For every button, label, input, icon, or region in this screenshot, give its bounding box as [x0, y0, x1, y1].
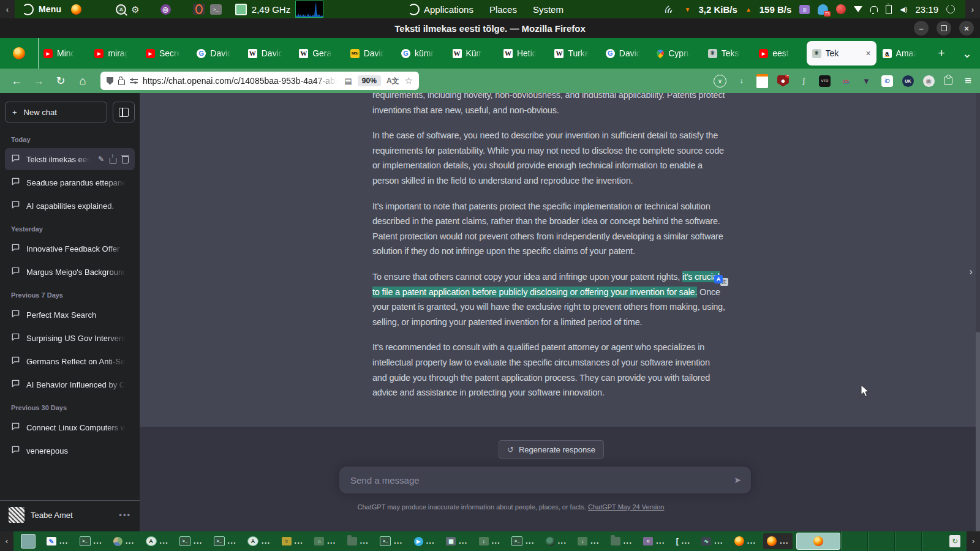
taskbar-window-text-editor[interactable]: ✎...	[43, 533, 72, 549]
globe-extension-icon[interactable]: ◉	[923, 75, 935, 87]
tray-audio-icon[interactable]: |||	[799, 5, 810, 14]
regenerate-response-button[interactable]: ↺ Regenerate response	[499, 440, 604, 459]
taskbar-window-telegram[interactable]: ▶...	[410, 533, 439, 549]
taskbar-window-pie[interactable]: ...	[110, 533, 138, 549]
menu-hamburger-icon[interactable]: ≡	[965, 74, 971, 88]
sidebar-chat-item[interactable]: Perfect Max Search	[5, 304, 135, 326]
tab-close-icon[interactable]: ×	[865, 48, 870, 58]
firefox-launcher-icon[interactable]	[71, 4, 81, 15]
tab-cypru[interactable]: Cypru	[652, 38, 703, 69]
sidebar-chat-item[interactable]: Innovative Feedback Offer	[5, 238, 135, 260]
download-icon[interactable]: ↓	[736, 75, 747, 87]
version-link[interactable]: ChatGPT May 24 Version	[588, 503, 665, 511]
edit-pencil-icon[interactable]: ✎	[98, 155, 104, 163]
panel-hide-left-icon[interactable]: ‹	[0, 0, 15, 18]
reload-button[interactable]: ↻	[53, 74, 69, 88]
taskbar-window-search[interactable]: A...	[244, 533, 274, 549]
taskbar-window-search[interactable]: A...	[142, 533, 173, 549]
tab-david[interactable]: IMDbDavid	[345, 38, 396, 69]
bookmark-star-icon[interactable]: ☆	[405, 75, 413, 86]
sidepanel-chevron-icon[interactable]: ›	[969, 266, 973, 278]
minimize-button[interactable]: –	[914, 21, 929, 36]
shutdown-icon[interactable]	[946, 5, 955, 13]
panel-clock[interactable]: 23:19	[915, 4, 938, 15]
share-icon[interactable]	[110, 158, 116, 163]
taskbar-window-tasks-yellow[interactable]: ≡...	[278, 533, 307, 549]
system-menu[interactable]: System	[533, 4, 564, 15]
restore-button[interactable]	[937, 21, 951, 36]
volume-icon[interactable]: ◀)	[900, 6, 907, 13]
message-input[interactable]	[339, 475, 734, 485]
taskbar-window-firefox[interactable]	[796, 533, 840, 550]
tab-geral[interactable]: WGeral	[294, 38, 345, 69]
url-text[interactable]: https://chat.openai.com/c/14085baa-953b-…	[143, 76, 340, 86]
taskbar-window-terminal[interactable]: >_...	[176, 533, 206, 549]
sidebar-chat-item[interactable]: Teksti ilmekas eesti tõ✎	[5, 148, 135, 170]
id-extension-icon[interactable]: iD	[881, 75, 893, 87]
close-button[interactable]: ×	[959, 21, 974, 36]
collapse-sidebar-button[interactable]	[113, 102, 135, 122]
list-tabs-button[interactable]: ⌄	[954, 38, 980, 69]
sidebar-chat-item[interactable]: Margus Meigo's Background	[5, 261, 135, 283]
notifications-bell-icon[interactable]	[870, 6, 878, 12]
taskbar-window-show-desktop[interactable]	[17, 533, 39, 549]
taskbar-window-download-folder[interactable]: ↓...	[475, 533, 505, 549]
puzzle-extension-icon[interactable]	[944, 77, 952, 85]
translate-icon[interactable]: A文	[386, 76, 399, 86]
tab-mino[interactable]: ▶Mino	[39, 38, 89, 69]
sidebar-chat-item[interactable]: Buscopan as Truth Serum	[5, 463, 135, 469]
tor-launcher-icon[interactable]: ◎	[160, 4, 171, 15]
search-tool-icon[interactable]: A	[116, 4, 126, 15]
taskbar-window-button[interactable]: [...	[673, 533, 695, 549]
back-button[interactable]: ←	[9, 75, 24, 88]
sidebar-chat-item[interactable]: Surprising US Gov Intervention	[5, 327, 135, 349]
account-menu[interactable]: Teabe Amet •••	[5, 507, 135, 523]
taskbar-window-firefox[interactable]: ...	[763, 533, 793, 549]
tab-tek[interactable]: ✳Tek×	[807, 41, 876, 66]
taskbar-window-terminal[interactable]: >_...	[76, 533, 107, 549]
terminal-launcher-icon[interactable]: >_	[210, 4, 222, 15]
tab-david[interactable]: WDavid	[243, 38, 294, 69]
trash-icon[interactable]: ↻	[949, 535, 960, 547]
tracking-shield-icon[interactable]	[107, 77, 113, 85]
tab-tekst[interactable]: ✳Tekst	[703, 38, 754, 69]
sidebar-chat-item[interactable]: venerepous	[5, 440, 135, 462]
battery-icon[interactable]	[886, 5, 892, 14]
account-options-icon[interactable]: •••	[119, 511, 131, 520]
taskbar-window-folder[interactable]: ...	[607, 533, 636, 549]
taskbar-window-terminal[interactable]: >_...	[508, 533, 538, 549]
forward-button[interactable]: →	[31, 75, 47, 88]
sidebar-chat-item[interactable]: AI Behavior Influenced by Chat	[5, 373, 135, 395]
system-monitor-graph[interactable]	[295, 1, 323, 18]
taskbar-window-audio[interactable]: ≈...	[639, 533, 669, 549]
dark-triangle-icon[interactable]: ▼	[861, 75, 872, 87]
taskbar-window-home-folder[interactable]: ⌂...	[311, 533, 340, 549]
zoom-level-badge[interactable]: 90%	[358, 75, 381, 86]
taskbar-window-media[interactable]: ▦...	[442, 533, 472, 549]
browser-o-icon[interactable]	[193, 4, 205, 15]
tray-record-icon[interactable]	[836, 4, 846, 14]
taskbar-window-firefox[interactable]: ...	[731, 533, 760, 549]
taskbar-window-waveform[interactable]: ∿...	[698, 533, 727, 549]
panel-menu-button[interactable]: Menu	[39, 4, 61, 14]
tab-amaz[interactable]: aAmaz	[878, 38, 929, 69]
link-chain-icon[interactable]: ∞	[840, 75, 851, 87]
tab-david[interactable]: GDavid	[601, 38, 652, 69]
sidebar-chat-item[interactable]: Connect Linux Computers with	[5, 416, 135, 438]
tray-vpn-icon[interactable]	[854, 6, 862, 12]
page-scrollbar[interactable]	[976, 93, 980, 531]
places-menu[interactable]: Places	[489, 4, 517, 15]
panel-hide-right-icon[interactable]: ›	[965, 0, 980, 18]
https-lock-icon[interactable]	[118, 80, 125, 85]
scrollbar-thumb[interactable]	[976, 332, 980, 531]
taskbar-hide-right-icon[interactable]: ›	[967, 531, 980, 551]
tab-kümn[interactable]: Gkümn	[396, 38, 447, 69]
pinned-firefox-icon[interactable]	[0, 38, 39, 69]
sidebar-chat-item[interactable]: Seaduse parandus ettepanek.	[5, 171, 135, 193]
pocket-icon[interactable]: ∨	[714, 75, 726, 88]
uk-globe-icon[interactable]: UK	[902, 75, 914, 87]
taskbar-window-download-folder[interactable]: ↓...	[574, 533, 603, 549]
permissions-icon[interactable]	[130, 78, 138, 84]
sidebar-chat-item[interactable]: Germans Reflect on Anti-Semiti	[5, 350, 135, 372]
adblock-shield-icon[interactable]: ◆19	[777, 75, 789, 87]
